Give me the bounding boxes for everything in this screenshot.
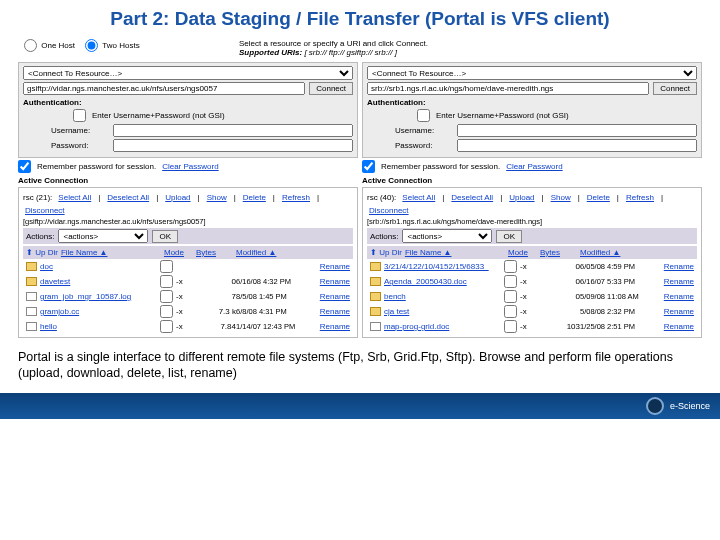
file-name[interactable]: gramjob.cc [40, 307, 158, 316]
logo-icon [646, 397, 664, 415]
connect-button-left[interactable]: Connect [309, 82, 353, 95]
deselect-all-left[interactable]: Deselect All [107, 193, 149, 202]
remember-check-right[interactable] [362, 160, 375, 173]
file-mode: -x [520, 292, 550, 301]
password-label-r: Password: [395, 141, 453, 150]
show-left[interactable]: Show [207, 193, 227, 202]
disconnect-left[interactable]: Disconnect [25, 206, 65, 215]
file-check[interactable] [160, 275, 173, 288]
file-name[interactable]: 3/21/4/122/10/4152/15/6833_ [384, 262, 502, 271]
rename-link[interactable]: Rename [654, 262, 694, 271]
auth-userpass-check-right[interactable] [417, 109, 430, 122]
rename-link[interactable]: Rename [310, 277, 350, 286]
col-bytes-right[interactable]: Bytes [540, 248, 580, 257]
connect-button-right[interactable]: Connect [653, 82, 697, 95]
col-mode-right[interactable]: Mode [508, 248, 540, 257]
actions-select-left[interactable]: <actions> [58, 229, 148, 243]
actions-ok-left[interactable]: OK [152, 230, 178, 243]
file-modified: 1/14/07 12:43 PM [236, 322, 310, 331]
brand-text: e-Science [670, 401, 710, 411]
select-all-right[interactable]: Select All [402, 193, 435, 202]
actions-ok-right[interactable]: OK [496, 230, 522, 243]
file-check[interactable] [504, 260, 517, 273]
rename-link[interactable]: Rename [654, 277, 694, 286]
file-mode: -x [176, 322, 206, 331]
uri-input-left[interactable] [23, 82, 305, 95]
username-label-r: Username: [395, 126, 453, 135]
file-bytes: 7 [206, 292, 236, 301]
file-name[interactable]: davetest [40, 277, 158, 286]
col-name-left[interactable]: File Name ▲ [61, 248, 164, 257]
clear-password-left[interactable]: Clear Password [162, 162, 218, 171]
file-name[interactable]: hello [40, 322, 158, 331]
file-name[interactable]: Agenda_20050430.doc [384, 277, 502, 286]
file-row: Agenda_20050430.doc-x06/16/07 5:33 PMRen… [367, 274, 697, 289]
file-check[interactable] [504, 290, 517, 303]
rename-link[interactable]: Rename [310, 307, 350, 316]
file-name[interactable]: gram_job_mgr_10587.log [40, 292, 158, 301]
col-name-right[interactable]: File Name ▲ [405, 248, 508, 257]
file-modified: 5/08/08 2:32 PM [580, 307, 654, 316]
current-path-right: [srb://srb1.ngs.rl.ac.uk/ngs/home/dave-m… [367, 217, 697, 226]
select-all-left[interactable]: Select All [58, 193, 91, 202]
uri-input-right[interactable] [367, 82, 649, 95]
rename-link[interactable]: Rename [310, 262, 350, 271]
refresh-left[interactable]: Refresh [282, 193, 310, 202]
file-row: cja test-x5/08/08 2:32 PMRename [367, 304, 697, 319]
file-name[interactable]: bench [384, 292, 502, 301]
file-check[interactable] [504, 320, 517, 333]
up-dir-left[interactable]: ⬆ Up Dir [26, 248, 58, 257]
col-bytes-left[interactable]: Bytes [196, 248, 236, 257]
password-input-right[interactable] [457, 139, 697, 152]
auth-userpass-check-left[interactable] [73, 109, 86, 122]
rename-link[interactable]: Rename [654, 292, 694, 301]
col-mod-right[interactable]: Modified ▲ [580, 248, 654, 257]
username-input-left[interactable] [113, 124, 353, 137]
file-check[interactable] [160, 290, 173, 303]
resource-select-left[interactable]: <Connect To Resource…> [23, 66, 353, 80]
folder-icon [26, 277, 37, 286]
deselect-all-right[interactable]: Deselect All [451, 193, 493, 202]
file-check[interactable] [160, 260, 173, 273]
file-check[interactable] [160, 305, 173, 318]
col-mod-left[interactable]: Modified ▲ [236, 248, 310, 257]
two-hosts-label: Two Hosts [102, 41, 139, 50]
show-right[interactable]: Show [551, 193, 571, 202]
username-input-right[interactable] [457, 124, 697, 137]
file-icon [370, 322, 381, 331]
file-name[interactable]: map-prog-grid.doc [384, 322, 502, 331]
remember-check-left[interactable] [18, 160, 31, 173]
upload-left[interactable]: Upload [165, 193, 190, 202]
actions-select-right[interactable]: <actions> [402, 229, 492, 243]
file-bytes: 0 [550, 277, 580, 286]
one-host-option[interactable]: One Host [24, 41, 75, 50]
resource-select-right[interactable]: <Connect To Resource…> [367, 66, 697, 80]
file-check[interactable] [504, 275, 517, 288]
disconnect-right[interactable]: Disconnect [369, 206, 409, 215]
auth-userpass-label-r: Enter Username+Password (not GSI) [436, 111, 569, 120]
rename-link[interactable]: Rename [310, 322, 350, 331]
delete-left[interactable]: Delete [243, 193, 266, 202]
rename-link[interactable]: Rename [654, 307, 694, 316]
col-mode-left[interactable]: Mode [164, 248, 196, 257]
file-row: gram_job_mgr_10587.log-x78/5/08 1:45 PMR… [23, 289, 353, 304]
remember-label: Remember password for session. [37, 162, 156, 171]
file-mode: -x [176, 277, 206, 286]
rename-link[interactable]: Rename [654, 322, 694, 331]
refresh-right[interactable]: Refresh [626, 193, 654, 202]
file-bytes: 0 [206, 277, 236, 286]
clear-password-right[interactable]: Clear Password [506, 162, 562, 171]
up-dir-right[interactable]: ⬆ Up Dir [370, 248, 402, 257]
file-name[interactable]: cja test [384, 307, 502, 316]
file-icon [26, 307, 37, 316]
file-name[interactable]: doc [40, 262, 158, 271]
file-check[interactable] [160, 320, 173, 333]
upload-right[interactable]: Upload [509, 193, 534, 202]
delete-right[interactable]: Delete [587, 193, 610, 202]
two-hosts-option[interactable]: Two Hosts [85, 41, 139, 50]
file-modified: 5/09/08 11:08 AM [580, 292, 654, 301]
file-check[interactable] [504, 305, 517, 318]
rename-link[interactable]: Rename [310, 292, 350, 301]
password-input-left[interactable] [113, 139, 353, 152]
auth-userpass-label: Enter Username+Password (not GSI) [92, 111, 225, 120]
